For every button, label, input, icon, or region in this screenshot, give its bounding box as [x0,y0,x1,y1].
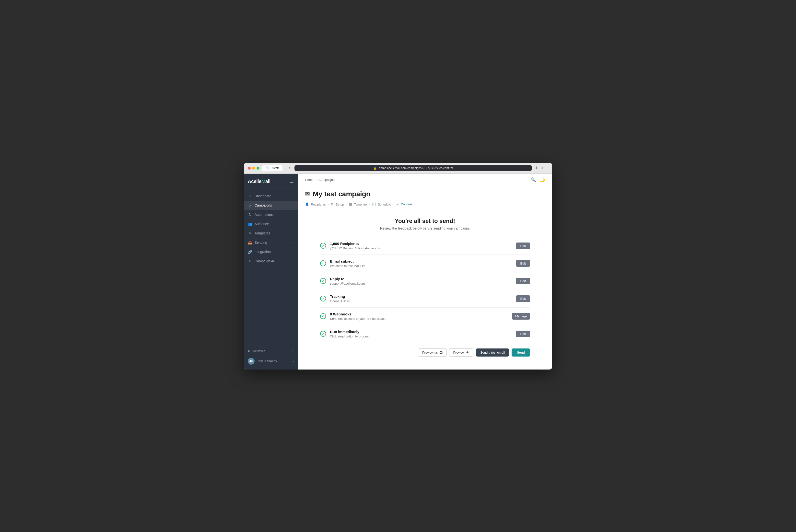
preview-as-button[interactable]: Preview as 🖼 [418,348,447,357]
step-separator: › [393,202,394,210]
sidebar-item-templates[interactable]: ✎ Templates [244,229,298,238]
schedule-step-icon: 🕐 [372,202,376,206]
review-info-schedule: Run immediately Click send button to pro… [330,330,513,338]
sidebar-item-campaigns[interactable]: ✈ Campaigns [244,201,298,210]
campaign-api-icon: ⚙ [248,259,252,263]
sidebar-item-label: Sending [254,241,267,245]
share-icon[interactable]: ⬆ [541,166,544,170]
sidebar-item-automations[interactable]: ↻ Automations [244,210,298,219]
step-label: Setup [336,203,344,206]
preview-button[interactable]: Preview 👁 [449,348,473,357]
maximize-dot[interactable] [257,167,260,170]
sidebar-item-sending[interactable]: 📤 Sending › [244,238,298,247]
sending-icon: 📤 [248,240,252,245]
user-name: Jolie Kennedy [257,359,277,363]
review-title: Tracking [330,294,513,299]
review-subtitle: Click send button to proceed [330,335,513,338]
review-list: ✓ 1,000 Recipients @SHBC Banking VIP cus… [320,237,530,343]
content-area: You're all set to send! Review the feedb… [298,210,552,369]
review-subtitle: support@acellemail.com [330,282,513,285]
secure-icon: 🔒 [373,166,377,170]
tab-label: Private [270,166,280,170]
breadcrumb-campaigns: Campaigns [319,178,335,182]
sidebar-item-label: Campaign API [254,259,277,263]
recipients-step-icon: 👤 [305,202,309,206]
review-info-webhooks: 0 Webhooks Send notifications to your 3r… [330,312,508,321]
sidebar-item-label: Integration [254,250,271,254]
top-bar: Home › Campaigns 🔍 🌙 [298,174,552,185]
send-button[interactable]: Send [512,348,530,357]
download-icon[interactable]: ⬇ [535,166,538,170]
check-icon-schedule: ✓ [320,330,326,337]
step-label: Recipients [311,203,326,206]
sidebar-item-label: Templates [254,231,270,235]
review-subtitle: Opens, Clicks [330,299,513,303]
sidebar-item-campaign-api[interactable]: ⚙ Campaign API [244,256,298,266]
review-info-reply-to: Reply to support@acellemail.com [330,277,513,285]
edit-email-subject-button[interactable]: Edit [516,260,530,267]
step-label: Template [354,203,367,206]
sidebar-nav: ⌂ Dashboard ✈ Campaigns ↻ Automations 👥 … [244,188,298,344]
page-header: ✉ My test campaign [298,185,552,198]
back-icon[interactable]: ‹ [285,166,287,170]
step-label: Confirm [401,202,412,206]
edit-reply-to-button[interactable]: Edit [516,278,530,284]
activities-label: Activities [253,349,265,353]
logo: AcelleMail [248,179,270,184]
activities-icon: ↻ [248,349,250,353]
breadcrumb-home[interactable]: Home [305,178,314,182]
check-icon-recipients: ✓ [320,242,326,249]
sidebar-item-label: Audience [254,222,269,226]
main-content: Home › Campaigns 🔍 🌙 ✉ My test campaign … [298,174,552,369]
step-setup[interactable]: ⚙ Setup [331,202,344,210]
close-dot[interactable] [248,167,251,170]
campaign-icon: ✉ [305,191,310,197]
browser-tab[interactable]: 📄 Private [262,165,282,171]
review-item-tracking: ✓ Tracking Opens, Clicks Edit [320,290,530,308]
eye-icon: 👁 [466,351,469,354]
sidebar-item-dashboard[interactable]: ⌂ Dashboard [244,191,298,201]
step-schedule[interactable]: 🕐 Schedule [372,202,391,210]
sidebar-item-label: Automations [254,213,274,216]
manage-webhooks-button[interactable]: Manage [512,313,530,320]
breadcrumb: Home › Campaigns [305,178,335,182]
edit-schedule-button[interactable]: Edit [516,330,530,337]
check-icon-tracking: ✓ [320,295,326,302]
minimize-dot[interactable] [252,167,255,170]
send-test-email-button[interactable]: Send a test email [476,348,509,357]
step-recipients[interactable]: 👤 Recipients [305,202,326,210]
review-info-email-subject: Email subject Welcome to test Mail List [330,259,513,268]
review-title: Reply to [330,277,513,281]
edit-recipients-button[interactable]: Edit [516,243,530,249]
chevron-right-icon: › [293,359,294,363]
step-confirm[interactable]: ✓ Confirm [396,202,412,210]
step-template[interactable]: ▦ Template [349,202,367,210]
wizard-steps: 👤 Recipients › ⚙ Setup › ▦ Template › 🕐 … [298,198,552,210]
sidebar-toggle[interactable]: ☰ [290,179,294,184]
review-subtitle: @SHBC Banking VIP customers list [330,246,513,250]
automations-icon: ↻ [248,212,252,217]
sidebar-item-activities[interactable]: ↻ Activities ↗ [244,347,298,355]
bottom-actions: Preview as 🖼 Preview 👁 Send a test email… [320,348,530,357]
avatar: JK [248,358,254,365]
tab-icon: 📄 [265,166,269,170]
template-step-icon: ▦ [349,202,352,206]
sidebar-item-user[interactable]: JK Jolie Kennedy › [244,355,298,367]
confirm-step-icon: ✓ [396,202,399,206]
image-icon: 🖼 [439,351,442,354]
review-item-reply-to: ✓ Reply to support@acellemail.com Edit [320,272,530,290]
theme-icon[interactable]: 🌙 [539,177,545,183]
sidebar-footer: ↻ Activities ↗ JK Jolie Kennedy › [244,344,298,369]
breadcrumb-separator: › [316,178,317,182]
url-text: demo.acellemail.com/campaigns/612779c222… [379,166,453,170]
review-item-webhooks: ✓ 0 Webhooks Send notifications to your … [320,308,530,325]
step-separator: › [369,202,370,210]
new-tab-icon[interactable]: + [546,166,548,170]
search-icon[interactable]: 🔍 [531,177,536,183]
sidebar-item-audience[interactable]: 👥 Audience › [244,219,298,229]
check-icon-email-subject: ✓ [320,260,326,267]
edit-tracking-button[interactable]: Edit [516,296,530,302]
refresh-icon[interactable]: ↻ [289,166,291,170]
sidebar-item-integration[interactable]: 🔗 Integration › [244,247,298,256]
address-bar[interactable]: 🔒 demo.acellemail.com/campaigns/612779c2… [295,165,532,171]
